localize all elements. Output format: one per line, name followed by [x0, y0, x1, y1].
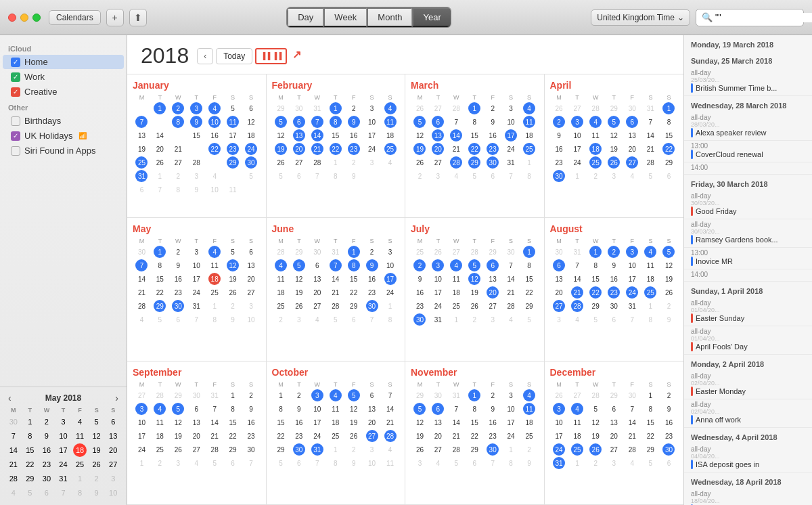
month-day[interactable]: 29: [227, 443, 239, 456]
month-day[interactable]: 22: [348, 286, 360, 299]
month-day[interactable]: 2: [413, 259, 426, 271]
month-day[interactable]: 7: [626, 403, 638, 415]
month-day[interactable]: 20: [190, 430, 202, 442]
month-day[interactable]: 25: [523, 143, 535, 155]
month-day[interactable]: 11: [523, 116, 535, 128]
month-day[interactable]: 13: [190, 416, 202, 429]
month-day[interactable]: 1: [275, 389, 287, 401]
month-day[interactable]: 2: [662, 300, 675, 312]
month-day[interactable]: 10: [505, 403, 517, 415]
event-item[interactable]: all-day02/04/20...Easter Monday: [684, 371, 812, 399]
month-day[interactable]: 1: [450, 313, 462, 326]
month-day[interactable]: 26: [275, 156, 287, 169]
month-day[interactable]: 2: [348, 443, 360, 456]
month-day[interactable]: 28: [450, 102, 462, 114]
month-day[interactable]: 31: [644, 102, 656, 114]
month-day[interactable]: 7: [626, 313, 638, 326]
mini-day[interactable]: 28: [7, 472, 20, 485]
month-day[interactable]: 21: [571, 286, 583, 299]
month-day[interactable]: 8: [330, 116, 342, 128]
month-day[interactable]: 30: [553, 170, 565, 182]
month-day[interactable]: 4: [523, 389, 535, 401]
month-day[interactable]: 14: [505, 273, 517, 285]
month-day[interactable]: 11: [275, 273, 287, 285]
month-day[interactable]: 1: [571, 170, 583, 182]
month-day[interactable]: 22: [523, 286, 535, 299]
month-day[interactable]: 20: [311, 286, 323, 299]
month-day[interactable]: 4: [571, 313, 583, 326]
month-day[interactable]: 7: [208, 403, 221, 415]
mini-day[interactable]: 1: [73, 472, 87, 485]
month-day[interactable]: 27: [450, 246, 462, 258]
month-day[interactable]: 31: [311, 102, 323, 114]
mini-day[interactable]: 21: [7, 458, 20, 471]
month-day[interactable]: 5: [227, 246, 239, 258]
month-day[interactable]: 5: [348, 389, 360, 401]
month-day[interactable]: 9: [413, 273, 426, 285]
month-day[interactable]: 11: [227, 183, 239, 196]
month-day[interactable]: 13: [626, 129, 638, 141]
month-day[interactable]: 5: [413, 116, 426, 128]
export-button[interactable]: ⬆: [129, 9, 147, 26]
month-day[interactable]: 10: [208, 183, 221, 196]
month-day[interactable]: 8: [208, 313, 221, 326]
month-day[interactable]: 7: [245, 457, 257, 469]
month-day[interactable]: 25: [135, 156, 148, 169]
month-day[interactable]: 9: [553, 129, 565, 141]
month-day[interactable]: 6: [311, 259, 323, 271]
month-day[interactable]: 19: [275, 143, 287, 155]
month-day[interactable]: 29: [487, 246, 499, 258]
month-day[interactable]: 27: [432, 156, 444, 169]
month-day[interactable]: 5: [468, 259, 480, 271]
month-day[interactable]: 9: [662, 403, 675, 415]
month-day[interactable]: 27: [432, 443, 444, 456]
month-day[interactable]: 25: [275, 300, 287, 312]
month-day[interactable]: [190, 143, 202, 155]
month-day[interactable]: 7: [135, 116, 148, 128]
month-day[interactable]: 4: [523, 102, 535, 114]
month-day[interactable]: 5: [172, 403, 184, 415]
month-day[interactable]: 7: [450, 116, 462, 128]
month-day[interactable]: 27: [311, 300, 323, 312]
month-day[interactable]: 22: [330, 143, 342, 155]
month-day[interactable]: 6: [366, 389, 378, 401]
month-day[interactable]: 4: [450, 259, 462, 271]
month-day[interactable]: 5: [662, 246, 675, 258]
month-day[interactable]: 9: [662, 313, 675, 326]
month-day[interactable]: 11: [589, 129, 602, 141]
month-day[interactable]: 3: [311, 389, 323, 401]
month-day[interactable]: 22: [644, 430, 656, 442]
month-day[interactable]: 12: [608, 129, 620, 141]
mini-day[interactable]: 2: [40, 415, 53, 429]
month-day[interactable]: 27: [135, 389, 148, 401]
month-day[interactable]: 31: [330, 246, 342, 258]
month-day[interactable]: 11: [154, 416, 166, 429]
month-day[interactable]: 26: [413, 156, 426, 169]
month-day[interactable]: 30: [662, 443, 675, 456]
month-day[interactable]: 12: [227, 259, 239, 271]
month-day[interactable]: [384, 170, 397, 182]
month-day[interactable]: 4: [384, 443, 397, 456]
mini-day[interactable]: 1: [23, 415, 37, 429]
month-day[interactable]: 5: [589, 403, 602, 415]
month-day[interactable]: [135, 102, 148, 114]
month-day[interactable]: 19: [662, 273, 675, 285]
month-day[interactable]: 11: [523, 403, 535, 415]
month-day[interactable]: 9: [227, 313, 239, 326]
event-item[interactable]: all-day30/03/20...Good Friday: [684, 191, 812, 219]
mini-day[interactable]: 26: [90, 458, 104, 471]
month-day[interactable]: 16: [293, 416, 305, 429]
month-day[interactable]: 11: [384, 116, 397, 128]
month-day[interactable]: 15: [468, 416, 480, 429]
month-day[interactable]: 30: [245, 443, 257, 456]
month-day[interactable]: 3: [571, 116, 583, 128]
mini-day[interactable]: 10: [56, 429, 70, 443]
month-day[interactable]: 26: [154, 156, 166, 169]
month-day[interactable]: 18: [450, 286, 462, 299]
month-day[interactable]: 30: [608, 300, 620, 312]
month-day[interactable]: 3: [413, 457, 426, 469]
sidebar-item-siri-apps[interactable]: Siri Found in Apps: [3, 144, 124, 158]
month-day[interactable]: 2: [293, 389, 305, 401]
month-day[interactable]: 8: [468, 403, 480, 415]
month-day[interactable]: 16: [487, 416, 499, 429]
